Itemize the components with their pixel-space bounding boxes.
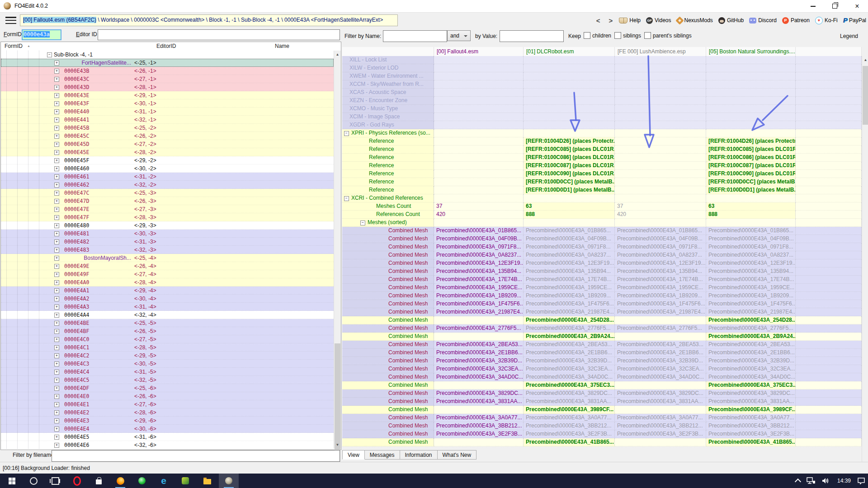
- grid-cell[interactable]: [524, 97, 615, 105]
- grid-cell[interactable]: [434, 72, 524, 80]
- collapse-icon[interactable]: −: [344, 196, 349, 201]
- grid-row-label[interactable]: Combined Mesh: [342, 406, 434, 414]
- tree-row[interactable]: +0000E4A0<-28, -4>: [1, 278, 334, 286]
- grid-row-label[interactable]: Combined Mesh: [342, 292, 434, 300]
- grid-cell[interactable]: [434, 186, 524, 194]
- grid-row-label[interactable]: Combined Mesh: [342, 414, 434, 422]
- close-button[interactable]: ×: [850, 0, 864, 12]
- grid-row-label[interactable]: Combined Mesh: [342, 243, 434, 251]
- tree-row[interactable]: +0000E4BF<-26, -5>: [1, 327, 334, 335]
- tree-row[interactable]: +0000E4C4<-31, -5>: [1, 368, 334, 376]
- grid-cell[interactable]: Precombined\0000E43A_2B9A24...: [524, 333, 615, 341]
- grid-cell[interactable]: [796, 341, 862, 349]
- grid-cell[interactable]: Precombined\0000E43A_2776F5...: [706, 324, 796, 333]
- tree-row[interactable]: +0000E43B<-26, -1>: [1, 67, 334, 75]
- grid-cell[interactable]: [796, 202, 862, 211]
- grid-cell[interactable]: [796, 284, 862, 292]
- grid-cell[interactable]: [434, 89, 524, 97]
- grid-cell[interactable]: Precombined\0000E43A_2BEA53...: [706, 341, 796, 349]
- grid-cell[interactable]: Precombined\0000E43A_01B865...: [615, 227, 706, 235]
- grid-cell[interactable]: Precombined\0000E43A_3831AA...: [615, 398, 706, 406]
- link-patreon[interactable]: PPatreon: [782, 17, 810, 24]
- grid-cell[interactable]: Precombined\0000E43A_2776F5...: [615, 324, 706, 333]
- grid-row[interactable]: XCIM - Image Space: [342, 113, 862, 121]
- grid-cell[interactable]: Precombined\0000E43A_12E3F19...: [615, 259, 706, 267]
- tree-header-editorid[interactable]: EditorID: [156, 43, 176, 49]
- grid-row[interactable]: Combined MeshPrecombined\0000E43A_0A8237…: [342, 251, 862, 259]
- grid-row[interactable]: Combined MeshPrecombined\0000E43A_32C3EA…: [342, 365, 862, 373]
- grid-cell[interactable]: [796, 292, 862, 300]
- grid-row[interactable]: Combined MeshPrecombined\0000E43A_34AD0C…: [342, 373, 862, 381]
- expand-icon[interactable]: +: [54, 117, 59, 122]
- grid-row[interactable]: Combined MeshPrecombined\0000E43A_2B9A24…: [342, 333, 862, 341]
- misc-app-taskbar-button[interactable]: [175, 474, 195, 488]
- grid-row[interactable]: Combined MeshPrecombined\0000E43A_3E2F3B…: [342, 430, 862, 438]
- grid-cell[interactable]: [REFR:0100D0D1] (places MetalB...: [706, 186, 796, 194]
- grid-row-label[interactable]: Combined Mesh: [342, 267, 434, 276]
- expand-icon[interactable]: +: [54, 231, 59, 236]
- grid-row-label[interactable]: Combined Mesh: [342, 381, 434, 389]
- grid-row[interactable]: Reference[REFR:0100C086] (places DLC01R.…: [342, 154, 862, 162]
- grid-row-label[interactable]: Combined Mesh: [342, 341, 434, 349]
- tree-row[interactable]: +0000E4A4<-32, -4>: [1, 311, 334, 319]
- grid-row[interactable]: Reference[REFR:0100D0D1] (places MetalB.…: [342, 186, 862, 194]
- grid-cell[interactable]: Precombined\0000E43A_0A8237...: [524, 251, 615, 259]
- grid-cell[interactable]: [796, 243, 862, 251]
- menu-icon[interactable]: [5, 17, 16, 24]
- grid-cell[interactable]: Precombined\0000E43A_2BEA53...: [615, 341, 706, 349]
- grid-row-label[interactable]: Combined Mesh: [342, 316, 434, 324]
- expand-icon[interactable]: +: [54, 370, 59, 375]
- grid-cell[interactable]: [706, 64, 796, 72]
- grid-row-label[interactable]: −XPRI - Physics References (so...: [342, 129, 434, 137]
- grid-row[interactable]: Combined MeshPrecombined\0000E43A_375EC3…: [342, 381, 862, 389]
- store-taskbar-button[interactable]: [89, 474, 108, 488]
- grid-cell[interactable]: Precombined\0000E43A_3829DC...: [706, 389, 796, 398]
- grid-row-label[interactable]: Combined Mesh: [342, 276, 434, 284]
- grid-cell[interactable]: 420: [615, 211, 706, 219]
- grid-cell[interactable]: [434, 105, 524, 113]
- grid-cell[interactable]: [REFR:0100C086] (places DLC01R...: [706, 154, 796, 162]
- tree-row[interactable]: +0000E4A3<-31, -4>: [1, 303, 334, 311]
- back-icon[interactable]: <: [594, 17, 603, 24]
- tree-row[interactable]: +0000E47E<-27, -3>: [1, 205, 334, 213]
- grid-cell[interactable]: Precombined\0000E43A_1B9209...: [434, 292, 524, 300]
- expand-icon[interactable]: +: [54, 394, 59, 399]
- grid-cell[interactable]: Precombined\0000E43A_1959CE...: [706, 284, 796, 292]
- tree-row[interactable]: +0000E4A1<-29, -4>: [1, 286, 334, 295]
- grid-cell[interactable]: Precombined\0000E43A_32C3EA...: [615, 365, 706, 373]
- grid-cell[interactable]: 37: [434, 202, 524, 211]
- expand-icon[interactable]: +: [54, 361, 59, 366]
- expand-icon[interactable]: +: [54, 427, 59, 432]
- grid-cell[interactable]: Precombined\0000E43A_34AD0C...: [524, 373, 615, 381]
- grid-cell[interactable]: [434, 194, 524, 202]
- grid-cell[interactable]: Precombined\0000E43A_32C3EA...: [524, 365, 615, 373]
- grid-cell[interactable]: Precombined\0000E43A_3BB212...: [434, 422, 524, 430]
- grid-cell[interactable]: [796, 414, 862, 422]
- grid-cell[interactable]: [615, 72, 706, 80]
- grid-cell[interactable]: Precombined\0000E43A_21987E4...: [434, 308, 524, 316]
- grid-cell[interactable]: 420: [434, 211, 524, 219]
- grid-cell[interactable]: Precombined\0000E43A_135B94...: [615, 267, 706, 276]
- grid-row-label[interactable]: Combined Mesh: [342, 308, 434, 316]
- grid-cell[interactable]: [615, 438, 706, 446]
- grid-cell[interactable]: Precombined\0000E43A_21987E4...: [615, 308, 706, 316]
- grid-row[interactable]: XEZN - Encounter Zone: [342, 97, 862, 105]
- grid-cell[interactable]: Precombined\0000E43A_3E2F3B...: [706, 430, 796, 438]
- tree-row[interactable]: +0000E45D<-27, -2>: [1, 140, 334, 148]
- grid-cell[interactable]: Precombined\0000E43A_1B9209...: [524, 292, 615, 300]
- grid-cell[interactable]: Precombined\0000E43A_04F09B...: [434, 235, 524, 243]
- grid-cell[interactable]: Precombined\0000E43A_32C3EA...: [706, 365, 796, 373]
- grid-cell[interactable]: [796, 219, 862, 227]
- grid-cell[interactable]: [434, 219, 524, 227]
- grid-cell[interactable]: [615, 145, 706, 154]
- grid-cell[interactable]: [615, 97, 706, 105]
- tree-row[interactable]: +0000E441<-32, -1>: [1, 116, 334, 124]
- grid-cell[interactable]: [434, 178, 524, 186]
- grid-row[interactable]: −Meshes (sorted): [342, 219, 862, 227]
- grid-row[interactable]: Combined MeshPrecombined\0000E43A_3A0A77…: [342, 414, 862, 422]
- tree-vertical-scrollbar[interactable]: ▲ ▼: [334, 51, 341, 449]
- tree-row[interactable]: +0000E4BE<-25, -5>: [1, 319, 334, 327]
- tree-row[interactable]: +0000E47F<-28, -3>: [1, 213, 334, 221]
- expand-icon[interactable]: +: [54, 313, 59, 318]
- grid-cell[interactable]: [434, 56, 524, 64]
